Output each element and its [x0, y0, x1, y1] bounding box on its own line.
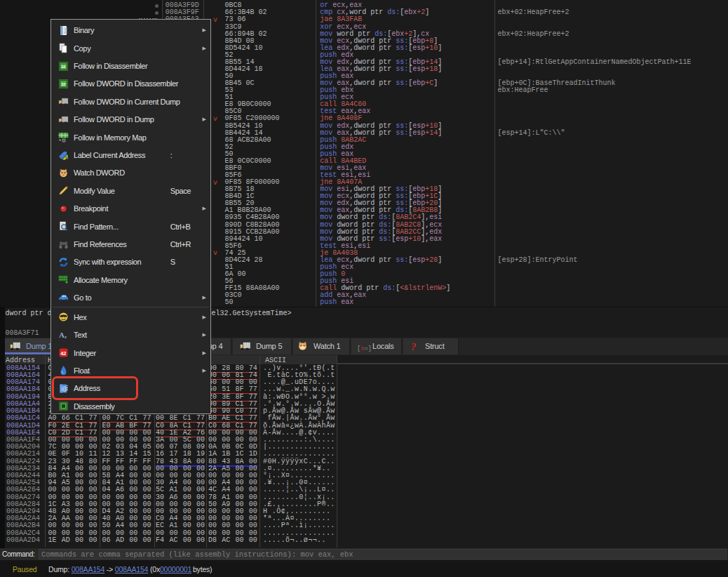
- svg-text:01: 01: [65, 31, 69, 34]
- svg-text:A: A: [59, 331, 65, 339]
- svg-text:42: 42: [60, 350, 66, 357]
- svg-text:32: 32: [61, 65, 66, 69]
- svg-text:32: 32: [61, 82, 66, 86]
- svg-text:z: z: [65, 334, 67, 340]
